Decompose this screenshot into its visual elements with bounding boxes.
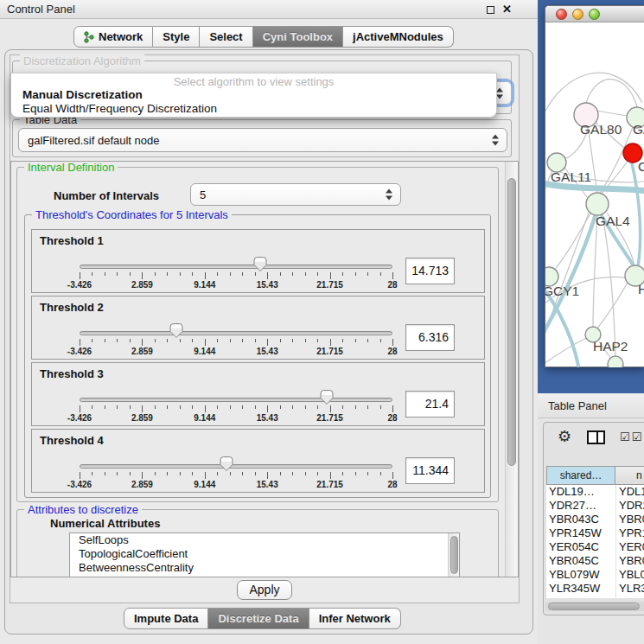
tab-cyni-toolbox[interactable]: Cyni Toolbox — [253, 26, 343, 48]
numerical-attribute-item[interactable]: SelfLoops — [70, 533, 459, 547]
scrollbar-thumb[interactable] — [507, 178, 516, 466]
table-cell-shared-name[interactable]: YLR345W — [546, 582, 615, 596]
slider-tick — [355, 472, 356, 475]
table-row[interactable]: YBL079W YBL079W — [546, 568, 644, 582]
tab-infer-network[interactable]: Infer Network — [309, 608, 401, 629]
tab-jactivemnodules[interactable]: jActiveMNodules — [343, 26, 454, 48]
number-of-intervals-combobox[interactable]: 5 — [190, 183, 401, 206]
table-row[interactable]: YIL052C YIL052C — [546, 596, 644, 598]
zoom-traffic-light[interactable] — [589, 9, 600, 20]
slider-tick — [330, 339, 331, 346]
split-columns-icon[interactable] — [587, 430, 605, 444]
slider-tick — [367, 272, 368, 276]
table-row[interactable]: YBR043C YBR043C — [546, 513, 644, 526]
network-canvas[interactable]: GAL80GACGAL11GAL4GCY1HHAP2 — [545, 23, 644, 367]
scrollbar-thumb[interactable] — [450, 536, 458, 574]
threshold-value-field[interactable]: 6.316 — [405, 324, 455, 351]
table-cell-shared-name[interactable]: YBL079W — [546, 568, 615, 582]
network-node[interactable] — [586, 193, 609, 215]
table-data-combobox[interactable]: galFiltered.sif default node — [18, 128, 507, 152]
threshold-value-field[interactable]: 11.344 — [405, 457, 455, 484]
slider-scale-label: 21.715 — [316, 347, 343, 356]
slider-scale-label: 9.144 — [194, 480, 215, 489]
table-cell-name[interactable]: YER054C — [615, 540, 644, 554]
threshold-value-field[interactable]: 21.4 — [405, 391, 455, 418]
threshold-slider-track[interactable] — [80, 265, 392, 269]
tab-impute-data[interactable]: Impute Data — [124, 608, 208, 629]
table-cell-name[interactable]: YLR345W — [615, 582, 644, 596]
tab-style[interactable]: Style — [153, 26, 200, 48]
table-cell-shared-name[interactable]: YBR045C — [546, 554, 615, 568]
threshold-slider-thumb[interactable] — [219, 456, 234, 472]
apply-button[interactable]: Apply — [237, 580, 292, 600]
threshold-value-field[interactable]: 14.713 — [405, 258, 455, 284]
threshold-slider-thumb[interactable] — [319, 389, 335, 405]
threshold-slider-track[interactable] — [80, 464, 392, 469]
numerical-attributes-list[interactable]: SelfLoops TopologicalCoefficient Between… — [69, 532, 460, 577]
threshold-slider-thumb[interactable] — [169, 322, 184, 339]
slider-tick — [217, 472, 218, 475]
table-cell-shared-name[interactable]: YER054C — [546, 540, 615, 554]
slider-tick — [317, 339, 318, 342]
attributes-list-scrollbar[interactable] — [448, 533, 459, 577]
slider-scale-label: 15.43 — [257, 480, 278, 489]
table-row[interactable]: YPR145W YPR145W — [546, 526, 644, 540]
table-cell-name[interactable]: YBR043C — [615, 513, 644, 526]
column-header-name[interactable]: n — [615, 466, 644, 485]
tab-network[interactable]: Network — [73, 26, 153, 48]
slider-tick — [167, 339, 168, 342]
slider-tick — [317, 272, 318, 276]
table-row[interactable]: YDL19… YDL19… — [546, 485, 644, 499]
slider-tick — [292, 472, 293, 475]
table-cell-shared-name[interactable]: YDL19… — [546, 485, 615, 499]
table-cell-shared-name[interactable]: YPR145W — [546, 526, 615, 540]
table-row[interactable]: YER054C YER054C — [546, 540, 644, 554]
tab-style-label: Style — [163, 30, 189, 43]
table-horizontal-scrollbar[interactable] — [545, 602, 644, 611]
tab-discretize-data[interactable]: Discretize Data — [208, 608, 309, 629]
table-cell-name[interactable]: YDL19… — [615, 485, 644, 499]
number-of-intervals-value: 5 — [200, 184, 206, 207]
network-node[interactable] — [608, 356, 623, 367]
attributes-to-discretize-group: Attributes to discretize Numerical Attri… — [16, 509, 499, 577]
threshold-slider-track[interactable] — [80, 398, 392, 402]
scrollbar-thumb[interactable] — [548, 603, 640, 610]
close-traffic-light[interactable] — [556, 9, 567, 20]
slider-tick — [317, 472, 318, 475]
dropdown-item-equal-width-frequency[interactable]: Equal Width/Frequency Discretization — [22, 102, 217, 115]
table-cell-shared-name[interactable]: YIL052C — [546, 596, 615, 598]
slider-tick — [367, 405, 368, 409]
close-panel-icon[interactable]: ✕ — [502, 1, 512, 18]
network-edge — [586, 80, 637, 107]
network-window-titlebar[interactable] — [545, 6, 644, 22]
slider-tick — [167, 472, 168, 475]
settings-gear-icon[interactable]: ⚙ — [558, 427, 571, 446]
numerical-attribute-item[interactable]: BetweennessCentrality — [70, 561, 459, 575]
table-row[interactable]: YDR27… YDR27… — [546, 499, 644, 513]
numerical-attribute-item[interactable]: TopologicalCoefficient — [70, 547, 459, 561]
threshold-slider-thumb[interactable] — [252, 256, 268, 272]
tab-select[interactable]: Select — [200, 26, 252, 48]
threshold-slider-track[interactable] — [80, 331, 392, 335]
float-panel-icon[interactable] — [487, 6, 494, 14]
table-cell-shared-name[interactable]: YBR043C — [546, 513, 615, 526]
column-header-shared-name[interactable]: shared… — [546, 466, 615, 485]
slider-scale-label: 28 — [387, 347, 397, 356]
column-checkbox-icons[interactable]: ☑☑ — [620, 430, 643, 443]
combo-stepper-icon — [496, 87, 503, 99]
slider-tick — [242, 472, 243, 475]
minimize-traffic-light[interactable] — [572, 9, 583, 20]
table-cell-name[interactable]: YBL079W — [615, 568, 644, 582]
table-cell-name[interactable]: YBR045C — [615, 554, 644, 568]
table-row[interactable]: YLR345W YLR345W — [546, 582, 644, 596]
network-edge — [596, 111, 627, 116]
table-cell-name[interactable]: YDR27… — [615, 499, 644, 513]
table-cell-name[interactable]: YPR145W — [615, 526, 644, 540]
table-cell-name[interactable]: YIL052C — [615, 596, 644, 598]
interval-definition-group-title: Interval Definition — [24, 161, 118, 174]
table-cell-shared-name[interactable]: YDR27… — [546, 499, 615, 513]
slider-tick — [242, 405, 243, 409]
table-row[interactable]: YBR045C YBR045C — [546, 554, 644, 568]
settings-vertical-scrollbar[interactable] — [505, 162, 518, 577]
dropdown-item-manual-discretization[interactable]: Manual Discretization — [22, 88, 143, 101]
